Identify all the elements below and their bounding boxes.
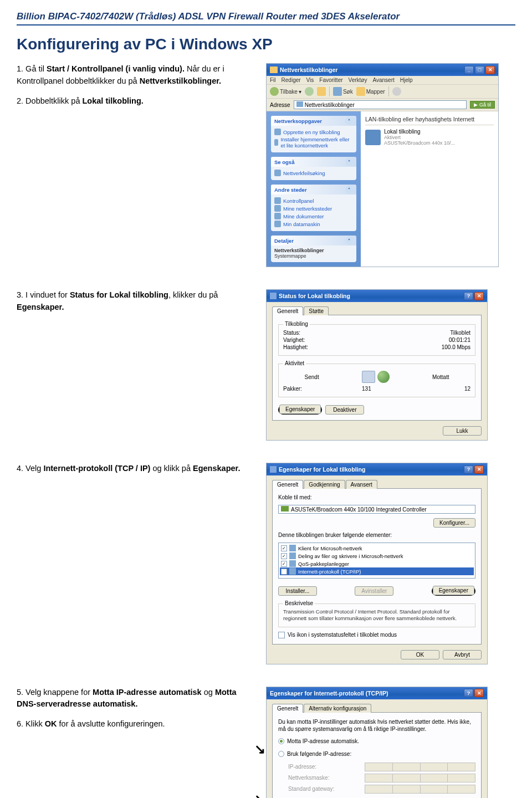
help-icon[interactable]: ? bbox=[464, 292, 473, 300]
address-input[interactable]: Nettverkstilkoblinger bbox=[294, 100, 467, 109]
step-row-5-6: 5. Velg knappene for Motta IP-adresse au… bbox=[17, 687, 515, 798]
ok-button[interactable]: OK bbox=[401, 650, 439, 659]
folders-button[interactable]: Mapper bbox=[356, 87, 385, 96]
step-row-4: 4. Velg Internett-protokoll (TCP / IP) o… bbox=[17, 463, 515, 664]
place3-label: Mine dokumenter bbox=[283, 213, 324, 219]
menu-avansert[interactable]: Avansert bbox=[372, 77, 394, 83]
cancel-button[interactable]: Avbryt bbox=[443, 650, 482, 659]
screenshot-properties: Egenskaper for Lokal tilkobling ? ✕ Gene… bbox=[266, 463, 488, 664]
configure-button[interactable]: Konfigurer... bbox=[433, 518, 475, 528]
explorer-toolbar: Tilbake▾ Søk Mapper bbox=[267, 85, 498, 99]
see1-label: Nettverkfeilsøking bbox=[283, 170, 325, 176]
radio-static-ip[interactable]: Bruk følgende IP-adresse: bbox=[278, 750, 475, 758]
tab-generelt[interactable]: Generelt bbox=[272, 704, 303, 713]
step3-mid: , klikker du på bbox=[168, 290, 218, 299]
tab-avansert[interactable]: Avansert bbox=[346, 480, 377, 489]
place1-label: Kontrollpanel bbox=[283, 198, 314, 204]
properties-button[interactable]: Egenskaper bbox=[279, 405, 321, 414]
deactivate-button[interactable]: Deaktiver bbox=[325, 405, 364, 415]
radio2-label: Bruk følgende IP-adresse: bbox=[287, 751, 351, 757]
list-item[interactable]: ✓Deling av filer og skrivere i Microsoft… bbox=[280, 552, 474, 560]
place-computer[interactable]: Min datamaskin bbox=[274, 220, 353, 228]
maximize-icon[interactable]: □ bbox=[475, 66, 484, 74]
list-item[interactable]: ✓Klient for Microsoft-nettverk bbox=[280, 544, 474, 552]
step4-bold2: Egenskaper. bbox=[193, 464, 240, 473]
close-button[interactable]: Lukk bbox=[443, 426, 482, 436]
status-buttons: Egenskaper Deaktiver bbox=[278, 405, 475, 415]
tcpip-title: Egenskaper for Internett-protokoll (TCP/… bbox=[270, 690, 388, 697]
tab-altconfig[interactable]: Alternativ konfigurasjon bbox=[304, 704, 371, 713]
tray-checkbox[interactable]: Vis ikon i systemstatusfeltet i tilkoble… bbox=[278, 632, 475, 638]
elements-listbox[interactable]: ✓Klient for Microsoft-nettverk ✓Deling a… bbox=[278, 543, 475, 579]
task-new-connection[interactable]: Opprette en ny tilkobling bbox=[274, 128, 353, 136]
radio-on-icon[interactable] bbox=[278, 738, 284, 744]
packets-label: Pakker: bbox=[283, 386, 302, 392]
forward-icon[interactable] bbox=[305, 87, 314, 96]
install-button[interactable]: Installer... bbox=[278, 586, 317, 596]
close-icon[interactable]: ✕ bbox=[485, 66, 495, 74]
tab-generelt[interactable]: Generelt bbox=[272, 480, 303, 489]
search-icon bbox=[333, 87, 342, 96]
checkbox-icon[interactable]: ✓ bbox=[281, 553, 287, 559]
mask-input bbox=[365, 774, 475, 782]
tab-godkjenning[interactable]: Godkjenning bbox=[304, 480, 345, 489]
qos-icon bbox=[289, 560, 296, 567]
menu-rediger[interactable]: Rediger bbox=[282, 77, 301, 83]
close-icon[interactable]: ✕ bbox=[474, 292, 484, 300]
up-icon[interactable] bbox=[317, 87, 326, 96]
checkbox-icon[interactable]: ✓ bbox=[281, 545, 287, 551]
adapter-name: ASUSTeK/Broadcom 440x 10/100 Integrated … bbox=[291, 507, 427, 513]
radio-auto-ip[interactable]: Motta IP-adresse automatisk. bbox=[278, 737, 475, 745]
details-name: Nettverkstilkoblinger bbox=[274, 248, 353, 253]
duration-label: Varighet: bbox=[283, 337, 305, 343]
panel-details-head[interactable]: Detaljer˄ bbox=[271, 236, 356, 245]
adapter-field: ASUSTeK/Broadcom 440x 10/100 Integrated … bbox=[278, 505, 475, 514]
radio-off-icon[interactable] bbox=[278, 751, 284, 757]
help-icon[interactable]: ? bbox=[464, 689, 473, 697]
main-section-header: LAN-tilkobling eller høyhastighets Inter… bbox=[365, 116, 494, 125]
go-button[interactable]: ▶ Gå til bbox=[470, 101, 495, 109]
see-troubleshoot[interactable]: Nettverkfeilsøking bbox=[274, 169, 353, 177]
list-item-selected[interactable]: ✓Internett-protokoll (TCP/IP) bbox=[280, 567, 474, 575]
step5-bold1: Motta IP-adresse automatisk bbox=[93, 688, 202, 697]
controlpanel-icon bbox=[274, 197, 281, 204]
place-documents[interactable]: Mine dokumenter bbox=[274, 212, 353, 220]
menu-fil[interactable]: Fil bbox=[270, 77, 276, 83]
checkbox-icon[interactable]: ✓ bbox=[281, 561, 287, 567]
group2-title: Aktivitet bbox=[283, 360, 306, 366]
help-icon[interactable]: ? bbox=[464, 466, 473, 474]
tab-generelt[interactable]: Generelt bbox=[272, 306, 303, 315]
back-button[interactable]: Tilbake▾ bbox=[270, 87, 301, 96]
item4-label: Internett-protokoll (TCP/IP) bbox=[298, 569, 361, 575]
menu-verktoy[interactable]: Verktøy bbox=[349, 77, 367, 83]
content: 1. Gå til Start / Kontrollpanel (i vanli… bbox=[17, 63, 515, 798]
list-item[interactable]: ✓QoS-pakkeplanlegger bbox=[280, 560, 474, 567]
connection-item[interactable]: Lokal tilkobling Aktivert ASUSTeK/Broadc… bbox=[365, 129, 494, 146]
menu-vis[interactable]: Vis bbox=[306, 77, 314, 83]
connection-text: Lokal tilkobling Aktivert ASUSTeK/Broadc… bbox=[384, 129, 455, 146]
close-icon[interactable]: ✕ bbox=[474, 466, 484, 474]
minimize-icon[interactable]: _ bbox=[464, 66, 474, 74]
panel-tasks: Nettverksoppgaver˄ Opprette en ny tilkob… bbox=[271, 116, 356, 152]
checkbox-icon[interactable] bbox=[278, 632, 285, 638]
step5-mid: og bbox=[202, 688, 215, 697]
place-network[interactable]: Mine nettverkssteder bbox=[274, 204, 353, 212]
item2-label: Deling av filer og skrivere i Microsoft-… bbox=[298, 553, 403, 559]
panel-tasks-head[interactable]: Nettverksoppgaver˄ bbox=[271, 116, 356, 126]
uninstall-button: Avinstaller bbox=[355, 586, 393, 596]
place-controlpanel[interactable]: Kontrollpanel bbox=[274, 197, 353, 204]
panel-other-head[interactable]: Andre steder˄ bbox=[271, 185, 356, 195]
separator bbox=[329, 86, 330, 96]
search-button[interactable]: Søk bbox=[333, 87, 353, 96]
task-home-network[interactable]: Installer hjemmenettverk eller et lite k… bbox=[274, 136, 353, 149]
tab-stotte[interactable]: Støtte bbox=[304, 306, 329, 315]
checkbox-icon[interactable]: ✓ bbox=[281, 569, 287, 575]
views-icon[interactable] bbox=[392, 87, 401, 96]
menu-favoritter[interactable]: Favoritter bbox=[319, 77, 342, 83]
panel-see-head[interactable]: Se også˄ bbox=[271, 157, 356, 167]
menu-hjelp[interactable]: Hjelp bbox=[400, 77, 413, 83]
properties-button[interactable]: Egenskaper bbox=[433, 586, 474, 595]
task2-label: Installer hjemmenettverk eller et lite k… bbox=[280, 136, 353, 149]
close-icon[interactable]: ✕ bbox=[474, 689, 484, 697]
home-icon bbox=[274, 139, 278, 146]
